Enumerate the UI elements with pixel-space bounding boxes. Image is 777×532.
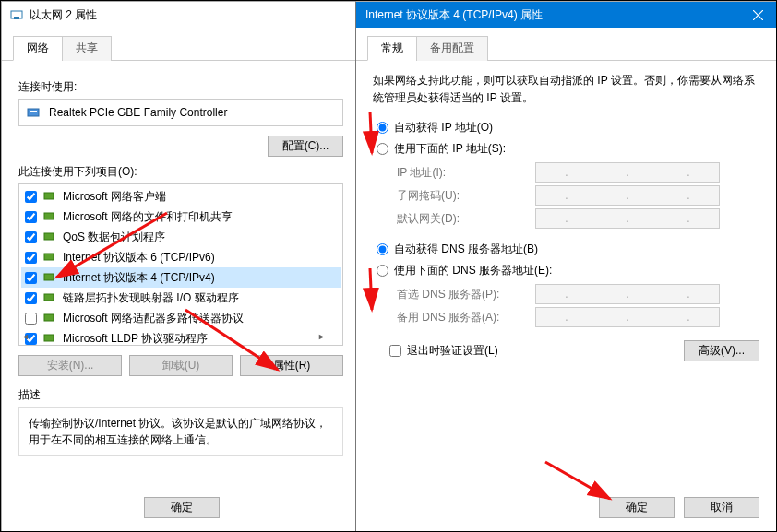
properties-button[interactable]: 属性(R) — [240, 355, 343, 376]
manual-dns-label: 使用下面的 DNS 服务器地址(E): — [394, 263, 552, 278]
uninstall-button[interactable]: 卸载(U) — [129, 355, 233, 376]
svg-rect-8 — [44, 274, 54, 280]
protocol-icon — [42, 270, 57, 285]
description-text: 传输控制协议/Internet 协议。该协议是默认的广域网络协议，用于在不同的相… — [18, 407, 343, 456]
ethernet-properties-window: 以太网 2 属性 网络 共享 连接时使用: Realtek PCIe GBE F… — [1, 1, 361, 532]
items-label: 此连接使用下列项目(O): — [18, 164, 343, 180]
left-title: 以太网 2 属性 — [30, 7, 97, 23]
left-ok-button[interactable]: 确定 — [144, 497, 220, 518]
protocol-checkbox[interactable] — [25, 272, 37, 284]
protocol-label: Internet 协议版本 4 (TCP/IPv4) — [63, 270, 215, 286]
protocol-checkbox[interactable] — [25, 292, 37, 304]
auto-dns-radio[interactable]: 自动获得 DNS 服务器地址(B) — [377, 242, 759, 257]
mask-label: 子网掩码(U): — [397, 188, 535, 204]
protocol-item[interactable]: 链路层拓扑发现映射器 I/O 驱动程序 — [21, 288, 341, 308]
close-button[interactable] — [739, 2, 776, 28]
mask-input: ... — [535, 185, 720, 206]
ip-label: IP 地址(I): — [397, 165, 535, 181]
adapter-name: Realtek PCIe GBE Family Controller — [49, 106, 227, 119]
protocol-checkbox[interactable] — [25, 252, 37, 264]
protocol-listbox[interactable]: Microsoft 网络客户端Microsoft 网络的文件和打印机共享QoS … — [18, 183, 343, 346]
protocol-checkbox[interactable] — [25, 231, 37, 243]
svg-rect-9 — [44, 294, 54, 301]
protocol-icon — [42, 290, 57, 305]
protocol-checkbox[interactable] — [25, 191, 37, 203]
protocol-item[interactable]: Microsoft 网络的文件和打印机共享 — [21, 207, 341, 227]
protocol-label: QoS 数据包计划程序 — [63, 230, 165, 245]
auto-ip-radio[interactable]: 自动获得 IP 地址(O) — [377, 120, 759, 136]
description-legend: 描述 — [18, 387, 343, 403]
manual-ip-radio-input[interactable] — [377, 143, 388, 155]
dns1-label: 首选 DNS 服务器(P): — [397, 287, 535, 302]
svg-rect-1 — [14, 17, 19, 19]
tab-sharing[interactable]: 共享 — [62, 36, 112, 61]
scrollbar-horizontal[interactable] — [21, 332, 326, 343]
connect-using-label: 连接时使用: — [18, 79, 343, 95]
adapter-box: Realtek PCIe GBE Family Controller — [18, 99, 343, 126]
ipv4-properties-window: Internet 协议版本 4 (TCP/IPv4) 属性 常规 备用配置 如果… — [355, 1, 777, 532]
svg-rect-4 — [44, 193, 54, 199]
right-content: 如果网络支持此功能，则可以获取自动指派的 IP 设置。否则，你需要从网络系统管理… — [356, 61, 776, 372]
protocol-icon — [42, 250, 57, 265]
ethernet-icon — [9, 7, 24, 22]
protocol-label: Microsoft 网络适配器多路传送器协议 — [63, 311, 244, 326]
manual-dns-radio-input[interactable] — [377, 265, 388, 277]
adapter-icon — [27, 105, 42, 120]
protocol-item[interactable]: Internet 协议版本 4 (TCP/IPv4) — [21, 267, 341, 288]
dns1-input: ... — [535, 284, 720, 304]
advanced-button[interactable]: 高级(V)... — [684, 340, 759, 361]
manual-dns-radio[interactable]: 使用下面的 DNS 服务器地址(E): — [377, 263, 759, 278]
svg-rect-6 — [44, 233, 54, 240]
right-ok-button[interactable]: 确定 — [599, 497, 675, 518]
tab-network[interactable]: 网络 — [13, 36, 63, 61]
svg-rect-5 — [44, 213, 54, 219]
tab-alternate[interactable]: 备用配置 — [416, 36, 488, 61]
right-tabs: 常规 备用配置 — [356, 35, 776, 61]
protocol-item[interactable]: QoS 数据包计划程序 — [21, 227, 341, 247]
right-titlebar: Internet 协议版本 4 (TCP/IPv4) 属性 — [356, 2, 776, 28]
auto-ip-radio-input[interactable] — [377, 122, 388, 134]
manual-ip-label: 使用下面的 IP 地址(S): — [394, 141, 506, 157]
validate-checkbox[interactable] — [389, 345, 401, 357]
install-button[interactable]: 安装(N)... — [18, 355, 122, 376]
protocol-icon — [42, 209, 57, 224]
protocol-label: 链路层拓扑发现映射器 I/O 驱动程序 — [63, 290, 239, 306]
gateway-input: ... — [535, 208, 720, 229]
description-group: 描述 传输控制协议/Internet 协议。该协议是默认的广域网络协议，用于在不… — [18, 387, 343, 456]
protocol-item[interactable]: Internet 协议版本 6 (TCP/IPv6) — [21, 247, 341, 267]
protocol-checkbox[interactable] — [25, 211, 37, 223]
dns2-label: 备用 DNS 服务器(A): — [397, 310, 535, 325]
protocol-item[interactable]: Microsoft 网络适配器多路传送器协议 — [21, 308, 341, 328]
protocol-label: Internet 协议版本 6 (TCP/IPv6) — [63, 250, 215, 266]
protocol-icon — [42, 230, 57, 244]
auto-dns-label: 自动获得 DNS 服务器地址(B) — [394, 242, 538, 257]
left-titlebar: 以太网 2 属性 — [2, 2, 360, 28]
ip-input: ... — [535, 162, 720, 183]
svg-rect-10 — [44, 314, 54, 321]
intro-text: 如果网络支持此功能，则可以获取自动指派的 IP 设置。否则，你需要从网络系统管理… — [373, 72, 759, 107]
svg-rect-7 — [44, 254, 54, 260]
left-content: 连接时使用: Realtek PCIe GBE Family Controlle… — [2, 61, 360, 467]
dns2-input: ... — [535, 307, 720, 327]
manual-ip-radio[interactable]: 使用下面的 IP 地址(S): — [377, 141, 759, 157]
protocol-icon — [42, 189, 57, 204]
protocol-icon — [42, 311, 57, 325]
validate-checkbox-row[interactable]: 退出时验证设置(L) — [389, 343, 498, 359]
left-tabs: 网络 共享 — [2, 35, 360, 61]
protocol-item[interactable]: Microsoft 网络客户端 — [21, 186, 341, 207]
auto-dns-radio-input[interactable] — [377, 243, 388, 255]
svg-rect-3 — [30, 111, 37, 112]
tab-general[interactable]: 常规 — [367, 36, 417, 61]
protocol-label: Microsoft 网络客户端 — [63, 189, 166, 205]
gateway-label: 默认网关(D): — [397, 211, 535, 227]
right-cancel-button[interactable]: 取消 — [684, 497, 759, 518]
validate-label: 退出时验证设置(L) — [407, 343, 498, 359]
right-title: Internet 协议版本 4 (TCP/IPv4) 属性 — [365, 7, 543, 23]
auto-ip-label: 自动获得 IP 地址(O) — [394, 120, 493, 136]
protocol-label: Microsoft 网络的文件和打印机共享 — [63, 209, 233, 225]
configure-button[interactable]: 配置(C)... — [268, 136, 343, 157]
protocol-checkbox[interactable] — [25, 313, 37, 325]
